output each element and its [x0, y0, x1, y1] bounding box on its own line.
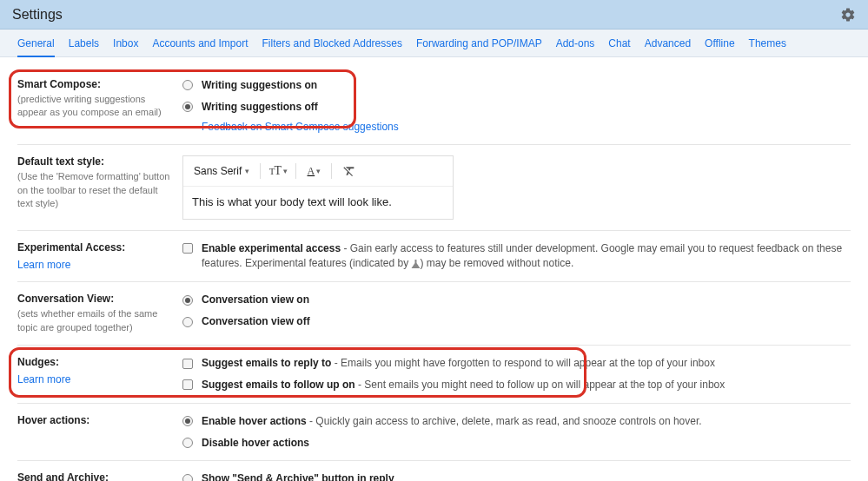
- smart-compose-title: Smart Compose:: [17, 78, 174, 90]
- text-style-sub: (Use the 'Remove formatting' button on t…: [17, 170, 174, 210]
- experimental-title: Experimental Access:: [17, 241, 174, 254]
- tab-advanced[interactable]: Advanced: [645, 30, 691, 56]
- radio-icon: [182, 438, 193, 448]
- caret-down-icon: ▾: [245, 167, 249, 175]
- gear-icon[interactable]: [840, 7, 856, 23]
- page-title: Settings: [12, 7, 63, 23]
- send-archive-show[interactable]: Show "Send & Archive" button in reply: [182, 471, 851, 481]
- remove-formatting-button[interactable]: [339, 161, 360, 181]
- caret-down-icon: ▾: [316, 167, 321, 175]
- nudges-followup-checkbox[interactable]: [182, 379, 193, 390]
- section-smart-compose: Smart Compose: (predictive writing sugge…: [17, 66, 851, 145]
- nudges-title: Nudges:: [17, 356, 174, 368]
- conversation-off[interactable]: Conversation view off: [182, 314, 851, 329]
- settings-header: Settings: [0, 0, 868, 30]
- experimental-learn-more[interactable]: Learn more: [17, 259, 70, 271]
- settings-tabs: GeneralLabelsInboxAccounts and ImportFil…: [0, 30, 868, 57]
- text-style-title: Default text style:: [17, 155, 174, 168]
- conversation-sub: (sets whether emails of the same topic a…: [17, 307, 174, 334]
- tab-labels[interactable]: Labels: [69, 30, 99, 56]
- smart-compose-sub: (predictive writing suggestions appear a…: [17, 93, 174, 120]
- section-send-archive: Send and Archive: Learn more Show "Send …: [17, 461, 851, 481]
- smart-compose-off[interactable]: Writing suggestions off: [182, 100, 851, 115]
- smart-compose-feedback-link[interactable]: Feedback on Smart Compose suggestions: [202, 120, 399, 135]
- text-style-preview: This is what your body text will look li…: [183, 187, 453, 219]
- section-text-style: Default text style: (Use the 'Remove for…: [17, 145, 851, 231]
- tab-forwarding-and-pop-imap[interactable]: Forwarding and POP/IMAP: [416, 30, 542, 56]
- section-conversation-view: Conversation View: (sets whether emails …: [17, 282, 851, 346]
- tab-chat[interactable]: Chat: [608, 30, 630, 56]
- tab-add-ons[interactable]: Add-ons: [556, 30, 595, 56]
- nudges-reply-checkbox[interactable]: [182, 359, 193, 369]
- tab-offline[interactable]: Offline: [705, 30, 734, 56]
- conversation-on[interactable]: Conversation view on: [182, 293, 851, 307]
- text-color-select[interactable]: A ▾: [303, 161, 324, 181]
- tab-accounts-and-import[interactable]: Accounts and Import: [152, 30, 248, 56]
- section-hover-actions: Hover actions: Enable hover actions - Qu…: [17, 404, 851, 462]
- radio-icon: [182, 102, 193, 112]
- radio-icon: [182, 295, 193, 306]
- section-nudges: Nudges: Learn more Suggest emails to rep…: [17, 346, 851, 404]
- settings-content: Smart Compose: (predictive writing sugge…: [0, 57, 868, 481]
- radio-icon: [182, 474, 193, 481]
- font-family-select[interactable]: Sans Serif ▾: [190, 163, 253, 179]
- nudges-learn-more[interactable]: Learn more: [17, 373, 70, 385]
- flask-icon: [411, 260, 420, 268]
- tab-inbox[interactable]: Inbox: [113, 30, 138, 56]
- radio-icon: [182, 317, 193, 327]
- tab-general[interactable]: General: [17, 30, 55, 56]
- section-experimental: Experimental Access: Learn more Enable e…: [17, 231, 851, 282]
- conversation-title: Conversation View:: [17, 293, 174, 305]
- experimental-checkbox[interactable]: [182, 243, 193, 254]
- caret-down-icon: ▾: [283, 167, 288, 175]
- send-archive-title: Send and Archive:: [17, 471, 174, 481]
- hover-enable[interactable]: Enable hover actions - Quickly gain acce…: [182, 414, 851, 429]
- radio-icon: [182, 416, 193, 426]
- radio-icon: [182, 80, 193, 90]
- hover-disable[interactable]: Disable hover actions: [182, 436, 851, 451]
- tab-filters-and-blocked-addresses[interactable]: Filters and Blocked Addresses: [262, 30, 402, 56]
- font-size-select[interactable]: TT ▾: [268, 161, 288, 181]
- smart-compose-on[interactable]: Writing suggestions on: [182, 78, 851, 93]
- text-style-editor: Sans Serif ▾ TT ▾ A ▾: [182, 155, 454, 220]
- hover-title: Hover actions:: [17, 414, 174, 426]
- tab-themes[interactable]: Themes: [749, 30, 786, 56]
